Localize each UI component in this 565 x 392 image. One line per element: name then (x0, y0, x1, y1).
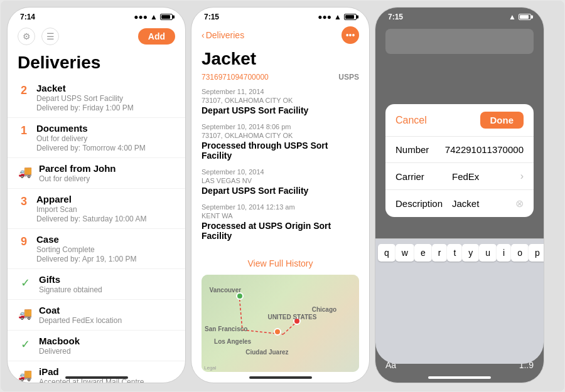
clear-icon[interactable]: ⊗ (515, 198, 524, 209)
map-label-vancouver: Vancouver (210, 287, 242, 294)
delivery-status: Import Scan (36, 205, 175, 214)
delivery-status: Out for delivery (36, 134, 175, 143)
map-label-us: UNITED STATES (267, 314, 316, 320)
event-item: September 10, 2014 12:13 am KENT WA Proc… (202, 203, 359, 241)
field-label: Number (396, 144, 445, 155)
signal-icon: ●●● (134, 13, 148, 21)
list-item[interactable]: 9 Case Sorting Complete Delivered by: Ap… (8, 229, 185, 269)
event-location: KENT WA (202, 212, 359, 220)
home-bar-2 (249, 376, 312, 379)
gear-icon[interactable]: ⚙ (18, 28, 35, 45)
keyboard-area[interactable]: q w e r t y u i o p (375, 238, 544, 364)
delivery-name: Documents (36, 123, 175, 134)
svg-line-0 (239, 295, 242, 330)
delivery-status: Signature obtained (39, 285, 175, 294)
event-desc: Processed at USPS Origin Sort Facility (202, 221, 359, 241)
field-value: 742291011370000 (445, 144, 524, 155)
delivery-name: Case (36, 234, 175, 245)
delivery-name: iPad (39, 366, 175, 377)
field-value: Jacket (452, 198, 515, 209)
delivery-sub: Delivered by: Friday 1:00 PM (36, 103, 175, 112)
delivery-info: Coat Departed FedEx location (39, 305, 175, 325)
modal-field-row[interactable]: Number 742291011370000 (385, 137, 534, 163)
list-item[interactable]: 🚚 Parcel from John Out for delivery (8, 158, 185, 189)
delivery-status: Delivered (39, 347, 175, 356)
delivery-name: Gifts (39, 274, 175, 285)
delivery-status: Out for delivery (39, 174, 175, 183)
delivery-info: iPad Accepted at Inward Mail Centre (39, 366, 175, 383)
delivery-badge: 2 (18, 84, 30, 97)
check-icon: ✓ (18, 275, 33, 290)
delivery-status: Departed FedEx location (39, 316, 175, 325)
delivery-info: Macbook Delivered (39, 336, 175, 356)
delivery-info: Parcel from John Out for delivery (39, 163, 175, 183)
back-link[interactable]: ‹ Deliveries (202, 30, 244, 40)
cancel-button[interactable]: Cancel (396, 115, 427, 126)
delivery-info: Apparel Import Scan Delivered by: Saturd… (36, 194, 175, 223)
field-label: Carrier (396, 171, 452, 182)
delivery-status: Sorting Complete (36, 245, 175, 254)
phone-edit: 7:15 ▲ Cancel Done Number 74229101137000… (375, 7, 544, 383)
tracking-number-row: 7316971094700000 USPS (191, 72, 369, 83)
list-item[interactable]: ✓ Macbook Delivered (8, 331, 185, 361)
wifi-icon-2: ▲ (334, 13, 342, 21)
status-bar-2: 7:15 ●●● ▲ (191, 8, 369, 24)
header-icons: ⚙ ☰ (18, 28, 59, 45)
done-button[interactable]: Done (480, 112, 524, 129)
time-2: 7:15 (204, 13, 219, 21)
delivery-info: Jacket Depart USPS Sort Facility Deliver… (36, 83, 175, 112)
event-desc: Processed through USPS Sort Facility (202, 140, 359, 161)
view-history-link[interactable]: View Full History (191, 253, 369, 272)
time-1: 7:14 (20, 13, 35, 21)
battery-icon-2 (344, 14, 357, 20)
map-copyright: Legal (204, 365, 217, 371)
list-item[interactable]: 2 Jacket Depart USPS Sort Facility Deliv… (8, 78, 185, 118)
modal-field-row[interactable]: Carrier FedEx › (385, 163, 534, 190)
battery-icon (160, 14, 173, 20)
event-meta: September 10, 2014 8:06 pm (202, 123, 359, 130)
delivery-info: Case Sorting Complete Delivered by: Apr … (36, 234, 175, 263)
delivery-badge: 3 (18, 195, 30, 208)
more-button[interactable]: ••• (342, 26, 359, 44)
map-area: Vancouver San Francisco UNITED STATES Ch… (202, 275, 359, 372)
event-location: 73107, OKLAHOMA CITY OK (202, 97, 359, 104)
map-background: Vancouver San Francisco UNITED STATES Ch… (202, 275, 359, 372)
list-item[interactable]: 🚚 iPad Accepted at Inward Mail Centre (8, 361, 185, 383)
list-item[interactable]: 3 Apparel Import Scan Delivered by: Satu… (8, 189, 185, 229)
list-item[interactable]: 🚚 Coat Departed FedEx location (8, 300, 185, 331)
delivery-list: 2 Jacket Depart USPS Sort Facility Deliv… (8, 78, 185, 383)
event-item: September 11, 2014 73107, OKLAHOMA CITY … (202, 88, 359, 115)
delivery-sub: Delivered by: Apr 19, 1:00 PM (36, 255, 175, 263)
delivery-sub: Delivered by: Tomorrow 4:00 PM (36, 144, 175, 152)
wifi-icon: ▲ (150, 13, 158, 21)
delivery-info: Documents Out for delivery Delivered by:… (36, 123, 175, 152)
field-label: Description (396, 198, 452, 209)
status-icons-1: ●●● ▲ (134, 13, 173, 21)
chevron-right-icon: › (520, 171, 524, 182)
event-meta: September 10, 2014 (202, 168, 359, 176)
truck-icon: 🚚 (18, 306, 33, 321)
back-chevron-icon: ‹ (202, 30, 205, 40)
list-item[interactable]: 1 Documents Out for delivery Delivered b… (8, 118, 185, 158)
back-label: Deliveries (206, 30, 244, 40)
signal-icon-2: ●●● (318, 13, 331, 21)
delivery-name: Coat (39, 305, 175, 315)
map-label-juarez: Ciudad Juarez (245, 349, 288, 356)
deliveries-header: ⚙ ☰ Add (8, 24, 185, 50)
delivery-status: Depart USPS Sort Facility (36, 94, 175, 103)
add-button[interactable]: Add (138, 28, 175, 45)
phone-deliveries: 7:14 ●●● ▲ ⚙ ☰ Add Deliveries 2 Jacket D… (7, 7, 186, 383)
phone-jacket: 7:15 ●●● ▲ ‹ Deliveries ••• Jacket 73169… (191, 7, 370, 383)
jacket-title: Jacket (191, 49, 369, 72)
blurred-content (385, 29, 534, 54)
battery-icon-3 (519, 14, 531, 20)
delivery-info: Gifts Signature obtained (39, 274, 175, 294)
event-meta: September 10, 2014 12:13 am (202, 203, 359, 211)
filter-icon[interactable]: ☰ (41, 28, 59, 45)
delivery-sub: Delivered by: Saturday 10:00 AM (36, 215, 175, 223)
list-item[interactable]: ✓ Gifts Signature obtained (8, 269, 185, 300)
check-icon: ✓ (18, 337, 33, 352)
modal-card: Cancel Done Number 742291011370000 Carri… (385, 104, 534, 217)
modal-field-row[interactable]: Description Jacket ⊗ (385, 190, 534, 217)
delivery-name: Apparel (36, 194, 175, 204)
